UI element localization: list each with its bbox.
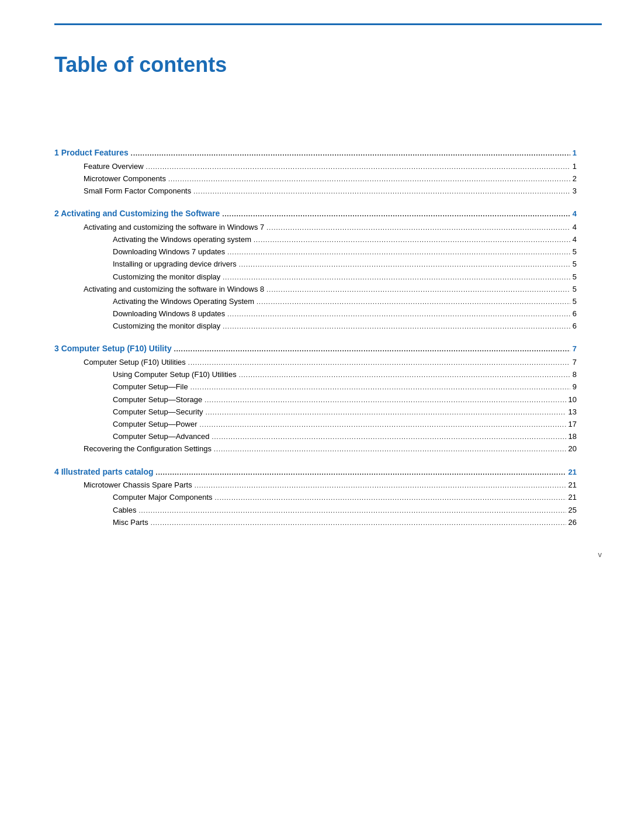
entry-dots: [239, 259, 570, 269]
entry-page-num: 21: [568, 493, 577, 502]
entry-page-num: 4: [573, 209, 577, 218]
page-container: Table of contents 1 Product Features1Fea…: [0, 0, 631, 576]
toc-entry-level2: Activating and customizing the software …: [54, 222, 577, 233]
entry-text: Small Form Factor Components: [84, 186, 191, 195]
toc-entry-level3: Downloading Windows 7 updates5: [54, 247, 577, 257]
toc-entry-level2: Activating and customizing the software …: [54, 284, 577, 295]
toc-entry-level3: Misc Parts26: [54, 517, 577, 528]
toc-entry-level3: Computer Setup—Security13: [54, 407, 577, 417]
entry-dots: [146, 161, 570, 172]
page-title: Table of contents: [54, 53, 577, 77]
entry-dots: [266, 284, 570, 295]
entry-text: Customizing the monitor display: [113, 322, 220, 330]
toc-entry-level2: Recovering the Configuration Settings20: [54, 444, 577, 454]
entry-dots: [193, 186, 570, 196]
entry-page-num: 21: [568, 481, 577, 489]
toc-entry-level3: Computer Setup—Advanced18: [54, 431, 577, 442]
entry-dots: [204, 395, 566, 405]
entry-page-num: 7: [573, 358, 577, 367]
toc-entry-level1[interactable]: 3 Computer Setup (F10) Utility7: [54, 343, 577, 355]
entry-page-num: 20: [568, 444, 577, 453]
footer-page-number: v: [598, 550, 602, 559]
entry-dots: [227, 309, 570, 319]
entry-dots: [200, 419, 566, 430]
entry-dots: [131, 147, 570, 159]
toc-entry-level3: Activating the Windows Operating System5: [54, 296, 577, 307]
entry-page-num: 5: [573, 297, 577, 306]
entry-text: Installing or upgrading device drivers: [113, 260, 237, 268]
entry-text: Downloading Windows 8 updates: [113, 309, 225, 318]
entry-page-num: 2: [573, 174, 577, 183]
toc-entry-level3: Installing or upgrading device drivers5: [54, 259, 577, 269]
toc-entry-level2: Small Form Factor Components3: [54, 186, 577, 196]
entry-dots: [239, 369, 570, 380]
entry-text: Computer Setup—Security: [113, 407, 203, 416]
toc-entry-level3: Downloading Windows 8 updates6: [54, 309, 577, 319]
entry-text: Microtower Chassis Spare Parts: [84, 481, 192, 489]
entry-dots: [214, 444, 566, 454]
entry-dots: [206, 407, 566, 417]
entry-dots: [188, 357, 570, 368]
toc-entry-level1[interactable]: 2 Activating and Customizing the Softwar…: [54, 208, 577, 220]
entry-dots: [156, 466, 566, 478]
entry-dots: [223, 272, 570, 282]
entry-text: Activating the Windows operating system: [113, 235, 251, 244]
entry-text: 1 Product Features: [54, 148, 129, 157]
entry-dots: [195, 480, 566, 490]
entry-text: Computer Setup—Advanced: [113, 432, 209, 441]
toc-entry-level3: Computer Major Components21: [54, 492, 577, 503]
toc-entry-level3: Computer Setup—Storage10: [54, 395, 577, 405]
toc-content: 1 Product Features1Feature Overview1Micr…: [54, 147, 577, 528]
entry-page-num: 6: [573, 309, 577, 318]
entry-text: 2 Activating and Customizing the Softwar…: [54, 209, 220, 218]
entry-text: Computer Setup—Power: [113, 420, 197, 428]
toc-entry-level3: Computer Setup—File9: [54, 382, 577, 392]
entry-dots: [227, 247, 570, 257]
toc-entry-level3: Customizing the monitor display6: [54, 321, 577, 331]
entry-page-num: 18: [568, 432, 577, 441]
entry-text: Downloading Windows 7 updates: [113, 247, 225, 256]
entry-page-num: 6: [573, 322, 577, 330]
entry-page-num: 5: [573, 285, 577, 293]
entry-text: Activating the Windows Operating System: [113, 297, 254, 306]
toc-entry-level1[interactable]: 1 Product Features1: [54, 147, 577, 159]
toc-entry-level3: Using Computer Setup (F10) Utilities8: [54, 369, 577, 380]
entry-dots: [222, 208, 570, 220]
entry-text: Activating and customizing the software …: [84, 223, 264, 231]
toc-entry-level3: Customizing the monitor display5: [54, 272, 577, 282]
entry-text: Recovering the Configuration Settings: [84, 444, 212, 453]
entry-text: Customizing the monitor display: [113, 272, 220, 281]
toc-entry-level1[interactable]: 4 Illustrated parts catalog21: [54, 466, 577, 478]
entry-text: Cables: [113, 506, 136, 514]
entry-text: 3 Computer Setup (F10) Utility: [54, 344, 172, 353]
entry-dots: [215, 492, 566, 503]
entry-text: Misc Parts: [113, 518, 148, 527]
entry-page-num: 1: [573, 162, 577, 171]
entry-page-num: 1: [573, 148, 577, 157]
toc-entry-level2: Microtower Components2: [54, 174, 577, 184]
toc-entry-level3: Activating the Windows operating system4: [54, 234, 577, 245]
entry-page-num: 5: [573, 247, 577, 256]
entry-page-num: 21: [568, 468, 577, 476]
entry-page-num: 8: [573, 370, 577, 379]
entry-text: Microtower Components: [84, 174, 166, 183]
entry-page-num: 13: [568, 407, 577, 416]
entry-page-num: 9: [573, 382, 577, 391]
toc-entry-level2: Computer Setup (F10) Utilities7: [54, 357, 577, 368]
entry-dots: [190, 382, 570, 392]
entry-text: Activating and customizing the software …: [84, 285, 264, 293]
entry-dots: [254, 234, 570, 245]
entry-dots: [174, 343, 570, 355]
entry-dots: [266, 222, 570, 233]
top-border: [54, 23, 602, 25]
entry-dots: [151, 517, 566, 528]
entry-page-num: 7: [573, 344, 577, 353]
toc-entry-level3: Computer Setup—Power17: [54, 419, 577, 430]
toc-entry-level3: Cables25: [54, 505, 577, 516]
entry-text: Computer Setup (F10) Utilities: [84, 358, 186, 367]
entry-page-num: 25: [568, 506, 577, 514]
entry-text: Computer Setup—Storage: [113, 395, 202, 404]
entry-text: Computer Setup—File: [113, 382, 188, 391]
page-footer: v: [598, 550, 602, 559]
entry-page-num: 4: [573, 235, 577, 244]
